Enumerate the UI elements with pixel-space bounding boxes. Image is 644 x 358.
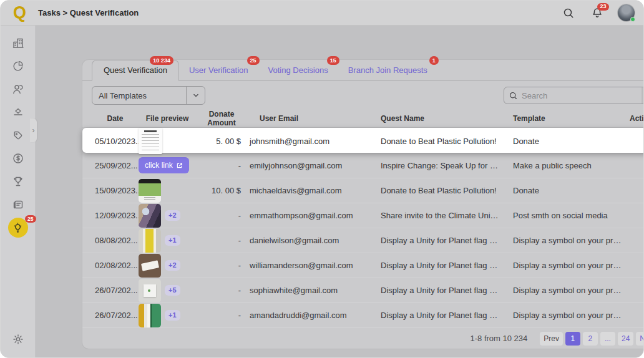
search-input[interactable] — [522, 91, 642, 100]
table-row[interactable]: 12/09/2023... +2 - emmathompson@gmail.co… — [82, 203, 644, 228]
avatar[interactable] — [618, 4, 635, 21]
column-header-donate-amount[interactable]: Donate Amount — [196, 110, 247, 127]
tab-label: Branch Join Requests — [348, 65, 427, 75]
search-icon[interactable] — [562, 6, 575, 20]
file-preview-thumbnail[interactable] — [139, 279, 161, 302]
cell-quest-name: Donate to Beat Plastic Pollution! — [367, 137, 499, 146]
cell-template: Display a symbol on your property — [499, 261, 623, 270]
template-filter-value: All Templates — [92, 91, 186, 100]
sidebar-item-users[interactable] — [12, 83, 24, 95]
cell-donate-amount: - — [196, 311, 247, 320]
cell-donate-amount: - — [196, 161, 247, 170]
filter-bar: All Templates × — [82, 81, 644, 110]
cell-user-email: emilyjohnson@gmail.com — [247, 161, 367, 170]
cell-date: 08/08/202... — [92, 236, 139, 245]
search-clear-button[interactable]: × — [642, 87, 644, 104]
cell-template: Display a symbol on your property — [499, 286, 623, 295]
sidebar-item-news[interactable] — [12, 198, 24, 211]
sidebar-item-settings[interactable] — [12, 333, 24, 346]
quests-count-badge: 25 — [25, 215, 36, 223]
pagination-next-button[interactable]: Next — [636, 332, 644, 346]
pagination-page-24[interactable]: 24 — [618, 332, 633, 346]
sidebar-expand-handle[interactable]: › — [30, 119, 37, 142]
click-link-button[interactable]: click link — [139, 157, 189, 173]
table-row[interactable]: 08/08/202... +1 - danielwilson@gmail.com… — [82, 228, 644, 253]
pie-chart-icon — [12, 60, 24, 72]
app-logo[interactable]: Q — [13, 4, 26, 21]
sidebar-item-quests-active[interactable]: 25 — [8, 218, 28, 238]
top-bar: Q Tasks > Quest Verification 23 — [1, 1, 643, 26]
more-files-badge[interactable]: +5 — [165, 285, 180, 296]
column-header-template[interactable]: Template — [499, 114, 623, 123]
tab-user-verification[interactable]: User Verification 25 — [179, 60, 258, 80]
pagination-ellipsis[interactable]: ... — [600, 332, 615, 346]
sidebar-item-payments[interactable] — [12, 152, 24, 165]
cell-date: 15/09/2023... — [92, 186, 139, 195]
link-button-label: click link — [145, 161, 173, 170]
sidebar-item-tags[interactable] — [12, 129, 24, 142]
pagination-prev-button[interactable]: Prev — [540, 332, 563, 346]
pagination: Prev 1 2 ... 24 Next — [540, 332, 644, 346]
lightbulb-icon — [12, 222, 24, 234]
users-icon — [12, 83, 24, 95]
table-row[interactable]: 26/07/202... +5 - sophiawhite@gmail.com … — [82, 278, 644, 302]
column-header-file-preview[interactable]: File preview — [139, 114, 196, 123]
more-files-badge[interactable]: +1 — [165, 235, 180, 246]
column-header-actions: Actions — [623, 114, 644, 123]
column-header-date[interactable]: Date — [92, 114, 139, 123]
file-preview-thumbnail[interactable] — [139, 254, 161, 278]
vote-icon — [12, 106, 24, 119]
table-footer: 1-8 from 10 234 Prev 1 2 ... 24 Next — [82, 327, 644, 349]
building-icon — [12, 37, 24, 49]
table-body: 05/10/2023... 5. 00 $ johnsmith@gmail.co… — [82, 128, 644, 327]
tab-quest-verification[interactable]: Quest Verification 10 234 — [92, 60, 179, 81]
cell-date: 02/08/202... — [92, 261, 139, 270]
sidebar-item-voting[interactable] — [12, 106, 24, 119]
table-row[interactable]: 25/09/202... click link - emilyjohnson@g… — [82, 153, 644, 178]
tab-voting-decisions[interactable]: Voting Decisions 15 — [258, 60, 338, 80]
table-header: Date File preview Donate Amount User Ema… — [82, 110, 644, 128]
cell-date: 26/07/202... — [92, 311, 139, 320]
tab-branch-join-requests[interactable]: Branch Join Requests 1 — [338, 60, 437, 80]
external-link-icon — [176, 162, 183, 169]
cell-donate-amount: 5. 00 $ — [196, 137, 247, 146]
more-files-badge[interactable]: +1 — [165, 310, 180, 321]
more-files-badge[interactable]: +2 — [165, 260, 180, 271]
table-row[interactable]: 15/09/2023... 10. 00 $ michaeldavis@gmai… — [82, 178, 644, 203]
pagination-summary: 1-8 from 10 234 — [470, 334, 527, 343]
table-row[interactable]: 05/10/2023... 5. 00 $ johnsmith@gmail.co… — [82, 128, 644, 153]
column-header-quest-name[interactable]: Quest Name — [367, 114, 499, 123]
cell-quest-name: Display a Unity for Planet flag on... — [367, 311, 499, 320]
cell-template: Donate — [499, 137, 623, 146]
cell-quest-name: Share invite to the Climate Unity... — [367, 211, 499, 220]
template-filter-select[interactable]: All Templates — [92, 86, 205, 105]
tab-count-badge: 1 — [429, 56, 439, 65]
file-preview-thumbnail[interactable] — [139, 204, 161, 228]
notifications-button[interactable]: 23 — [590, 6, 604, 20]
tag-icon — [12, 129, 24, 142]
pagination-page-2[interactable]: 2 — [583, 332, 598, 346]
column-header-user-email[interactable]: User Email — [247, 114, 367, 123]
file-preview-thumbnail[interactable] — [139, 229, 161, 253]
more-files-badge[interactable]: +2 — [165, 210, 180, 221]
cell-date: 05/10/2023... — [92, 137, 139, 146]
breadcrumb: Tasks > Quest Verification — [38, 8, 139, 17]
tab-label: User Verification — [189, 65, 248, 75]
quest-verification-panel: Quest Verification 10 234 User Verificat… — [82, 60, 644, 349]
cell-date: 25/09/202... — [92, 161, 139, 170]
table-row[interactable]: 26/07/202... +1 - amandadruddi@gmail.com… — [82, 302, 644, 327]
sidebar-item-analytics[interactable] — [12, 60, 24, 72]
table-row[interactable]: 02/08/202... +2 - williamanderson@gmail.… — [82, 253, 644, 278]
sidebar-item-achievements[interactable] — [12, 175, 24, 188]
tab-count-badge: 10 234 — [150, 56, 173, 65]
cell-quest-name: Display a Unity for Planet flag on... — [367, 236, 499, 245]
cell-template: Display a symbol on your property — [499, 236, 623, 245]
pagination-page-1[interactable]: 1 — [565, 332, 580, 346]
cell-date: 12/09/2023... — [92, 211, 139, 220]
file-preview-thumbnail[interactable] — [139, 179, 161, 203]
file-preview-thumbnail[interactable] — [139, 304, 161, 327]
cell-quest-name: Donate to Beat Plastic Pollution! — [367, 186, 499, 195]
cell-user-email: sophiawhite@gmail.com — [247, 286, 367, 295]
sidebar-item-organization[interactable] — [12, 37, 24, 49]
file-preview-thumbnail[interactable] — [139, 128, 162, 154]
